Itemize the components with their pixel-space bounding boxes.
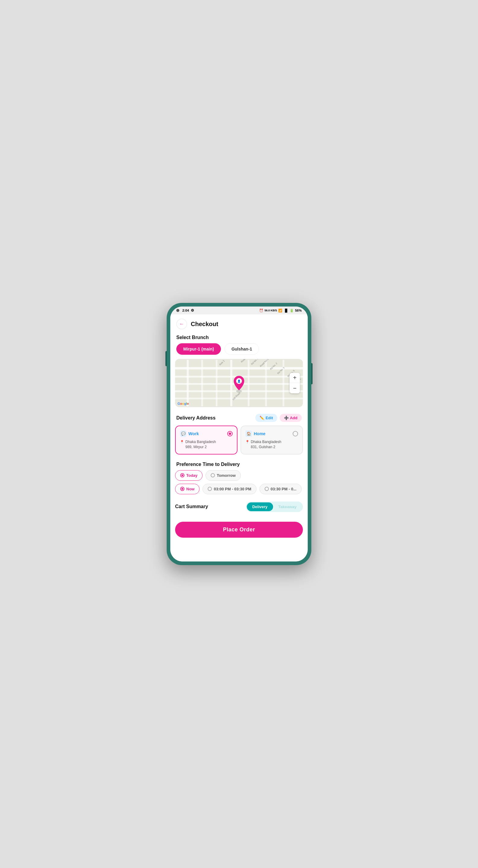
home-detail: 831, Gulshan 2: [251, 444, 281, 450]
branch-mirpur[interactable]: Mirpur-1 (main): [176, 343, 221, 355]
phone-frame: 2:04 ⚙ ⏰ 56.0 KB/S 📶 ▐▌ 🔋 56% ← Checkout: [167, 303, 311, 565]
power-button: [311, 363, 313, 384]
cart-summary-title: Cart Summary: [175, 504, 208, 509]
slot1-radio: [208, 487, 212, 491]
page-header: ← Checkout: [170, 314, 308, 333]
address-actions: ✏️ Edit ➕ Add: [255, 414, 302, 422]
time-display: 2:04: [182, 309, 189, 312]
day-options-row: Today Tomorrow: [175, 470, 303, 481]
work-detail: 989, Mirpur 2: [185, 444, 216, 450]
edit-icon: ✏️: [259, 415, 264, 420]
edit-address-button[interactable]: ✏️ Edit: [255, 414, 277, 422]
zoom-in-button[interactable]: +: [290, 373, 300, 383]
tomorrow-chip[interactable]: Tomorrow: [205, 470, 241, 481]
delivery-toggle: Delivery Takeaway: [246, 501, 303, 512]
time-preference-section: Today Tomorrow Now 03:00 PM - 03: [170, 470, 308, 501]
alarm-icon: ⏰: [259, 309, 263, 313]
work-address-card[interactable]: 💬 Work 📍 Dhaka Bangladesh 989, Mirpur 2: [175, 426, 237, 455]
home-address-card[interactable]: 🏠 Home 📍 Dhaka Bangladesh 831, Gulshan 2: [241, 426, 303, 455]
work-city: Dhaka Bangladesh: [185, 439, 216, 444]
svg-rect-7: [201, 360, 203, 406]
delivery-option[interactable]: Delivery: [247, 502, 273, 511]
time-preference-title: Preference Time to Delivery: [170, 459, 308, 470]
takeaway-option[interactable]: Takeaway: [273, 502, 302, 511]
tomorrow-label: Tomorrow: [217, 473, 236, 478]
battery-icon: 🔋: [290, 309, 294, 313]
delivery-address-header: Delivery Address ✏️ Edit ➕ Add: [170, 412, 308, 426]
branch-section-title: Select Brunch: [170, 333, 308, 343]
signal-icon: ▐▌: [284, 309, 288, 312]
battery-level: 56%: [295, 309, 302, 312]
cart-summary-section: Cart Summary Delivery Takeaway: [170, 501, 308, 520]
svg-text:👤: 👤: [237, 379, 241, 383]
wifi-icon: 📶: [278, 309, 282, 313]
branch-selector: Mirpur-1 (main) Gulshan-1: [170, 343, 308, 359]
back-button[interactable]: ←: [176, 318, 187, 330]
volume-button: [165, 351, 167, 366]
today-chip[interactable]: Today: [175, 470, 202, 481]
pin-icon: 📍: [180, 440, 184, 444]
status-bar: 2:04 ⚙ ⏰ 56.0 KB/S 📶 ▐▌ 🔋 56%: [170, 307, 308, 314]
svg-rect-10: [248, 360, 250, 406]
add-icon: ➕: [284, 415, 289, 420]
address-cards: 💬 Work 📍 Dhaka Bangladesh 989, Mirpur 2: [170, 426, 308, 459]
work-icon: 💬: [180, 430, 187, 437]
home-label: Home: [254, 431, 265, 436]
map-zoom-controls: + −: [290, 373, 300, 393]
slot1-chip[interactable]: 03:00 PM - 03:30 PM: [202, 484, 256, 494]
slot1-label: 03:00 PM - 03:30 PM: [214, 487, 251, 491]
home-radio[interactable]: [293, 431, 298, 436]
google-logo: Google: [178, 402, 189, 405]
work-radio[interactable]: [227, 431, 233, 436]
today-label: Today: [186, 473, 197, 478]
main-scroll[interactable]: ← Checkout Select Brunch Mirpur-1 (main)…: [170, 314, 308, 561]
zoom-out-button[interactable]: −: [290, 383, 300, 393]
svg-rect-8: [216, 360, 218, 406]
slot2-label: 03:30 PM - 0...: [270, 487, 296, 491]
work-label: Work: [188, 431, 199, 436]
data-speed: 56.0 KB/S: [265, 309, 277, 312]
page-title: Checkout: [191, 321, 218, 328]
home-city: Dhaka Bangladesh: [251, 439, 281, 444]
add-address-button[interactable]: ➕ Add: [280, 414, 302, 422]
now-label: Now: [186, 487, 194, 491]
camera-icon: [176, 309, 179, 312]
today-radio: [180, 473, 185, 477]
phone-screen: 2:04 ⚙ ⏰ 56.0 KB/S 📶 ▐▌ 🔋 56% ← Checkout: [170, 307, 308, 561]
home-pin-icon: 📍: [245, 440, 250, 444]
svg-rect-6: [187, 360, 189, 406]
place-order-button[interactable]: Place Order: [175, 522, 303, 538]
cart-summary-header: Cart Summary Delivery Takeaway: [175, 501, 303, 512]
back-arrow-icon: ←: [179, 321, 184, 327]
slot2-radio: [265, 487, 269, 491]
slot2-chip[interactable]: 03:30 PM - 0...: [259, 484, 302, 494]
branch-gulshan[interactable]: Gulshan-1: [225, 343, 259, 355]
time-slots-row: Now 03:00 PM - 03:30 PM 03:30 PM - 0...: [175, 484, 303, 494]
delivery-address-title: Delivery Address: [176, 415, 216, 421]
map-view: Ave 1 Road No. 4 Rd No. 2 Road No.1 Rd N…: [175, 359, 303, 407]
home-icon: 🏠: [245, 430, 252, 437]
settings-icon: ⚙: [191, 308, 194, 313]
now-chip[interactable]: Now: [175, 484, 199, 494]
svg-rect-11: [265, 360, 267, 406]
now-radio: [180, 487, 185, 491]
tomorrow-radio: [211, 473, 215, 477]
